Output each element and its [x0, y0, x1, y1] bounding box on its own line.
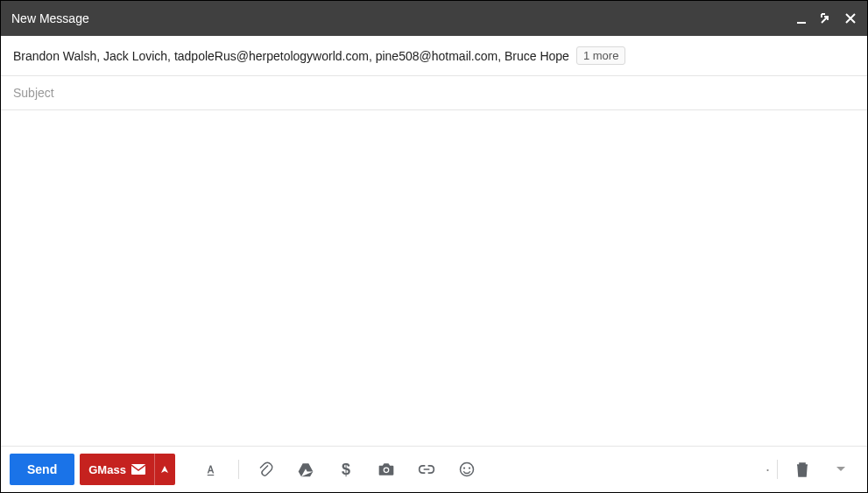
compose-toolbar: Send GMass $	[1, 446, 867, 492]
more-recipients-chip[interactable]: 1 more	[576, 46, 625, 65]
camera-icon	[378, 461, 395, 477]
compose-header: New Message	[1, 1, 867, 36]
svg-point-7	[463, 467, 465, 468]
gmass-envelope-icon	[131, 464, 145, 475]
text-format-icon	[204, 461, 220, 477]
chevron-down-icon	[836, 466, 846, 473]
send-button[interactable]: Send	[10, 454, 74, 485]
attach-button[interactable]	[248, 454, 283, 485]
svg-text:$: $	[342, 461, 350, 478]
svg-rect-1	[131, 464, 145, 475]
trash-icon	[795, 461, 809, 477]
drive-icon	[297, 461, 314, 477]
gmass-button[interactable]: GMass	[80, 454, 154, 485]
window-controls	[795, 12, 857, 25]
close-icon[interactable]	[844, 12, 857, 25]
compose-title: New Message	[11, 11, 89, 25]
svg-rect-0	[797, 22, 806, 24]
overflow-dot[interactable]: ·	[766, 461, 770, 479]
toolbar-divider	[238, 460, 239, 479]
discard-button[interactable]	[785, 454, 820, 485]
right-toolbar: ·	[766, 454, 858, 485]
more-options-button[interactable]	[823, 454, 858, 485]
money-button[interactable]: $	[328, 454, 363, 485]
formatting-button[interactable]	[194, 454, 229, 485]
dollar-icon: $	[341, 461, 351, 478]
toolbar-divider-right	[777, 460, 778, 479]
recipients-field[interactable]: Brandon Walsh, Jack Lovich, tadpoleRus@h…	[1, 36, 867, 76]
arrow-up-icon	[160, 465, 169, 474]
recipients-text: Brandon Walsh, Jack Lovich, tadpoleRus@h…	[13, 49, 569, 63]
svg-point-5	[385, 468, 388, 472]
svg-point-8	[469, 467, 470, 468]
subject-input[interactable]	[13, 86, 855, 100]
emoji-button[interactable]	[449, 454, 484, 485]
popout-icon[interactable]	[820, 12, 832, 25]
link-button[interactable]	[409, 454, 444, 485]
drive-button[interactable]	[288, 454, 323, 485]
paperclip-icon	[258, 461, 273, 477]
subject-row	[1, 76, 867, 110]
compose-window: New Message Brandon Walsh, Jack Lovich, …	[0, 0, 868, 493]
body-content[interactable]	[13, 119, 855, 446]
photo-button[interactable]	[369, 454, 404, 485]
gmass-dropdown-button[interactable]	[154, 454, 175, 485]
minimize-icon[interactable]	[795, 12, 808, 25]
gmass-label: GMass	[88, 463, 126, 476]
svg-rect-2	[208, 475, 215, 475]
gmass-group: GMass	[80, 454, 175, 485]
link-icon	[418, 464, 435, 475]
emoji-icon	[459, 461, 475, 477]
body-area[interactable]	[1, 110, 867, 446]
